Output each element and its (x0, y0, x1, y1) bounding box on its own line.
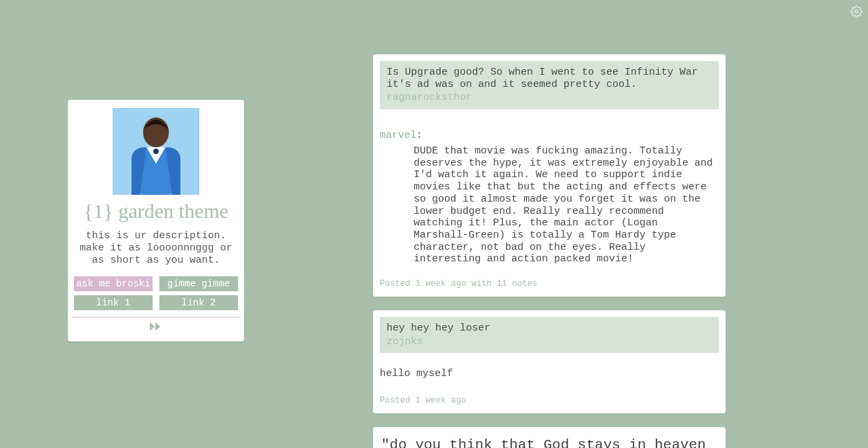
sidebar-card: {1} garden theme this is ur description.… (68, 100, 244, 341)
asker-username[interactable]: ragnarocksthor (387, 92, 712, 104)
ask-question-text: Is Upgrade good? So when I went to see I… (387, 67, 712, 90)
blog-title: {1} garden theme (72, 200, 240, 222)
custom-link-2[interactable]: link 2 (159, 295, 238, 310)
submit-button[interactable]: gimme gimme (159, 276, 238, 291)
next-page-icon[interactable] (150, 322, 162, 331)
asker-username[interactable]: zojnks (387, 336, 712, 348)
svg-point-4 (153, 149, 159, 154)
answer-text: hello myself (380, 353, 719, 382)
post-meta: Posted 1 week ago (380, 396, 719, 407)
custom-link-1[interactable]: link 1 (74, 295, 153, 310)
posts-column: Is Upgrade good? So when I went to see I… (373, 54, 726, 448)
blog-description: this is ur description. make it as loooo… (72, 230, 240, 267)
answer-text: DUDE that movie was fucking amazing. Tot… (380, 145, 719, 265)
notes-link[interactable]: 11 notes (497, 279, 538, 288)
avatar[interactable] (113, 108, 199, 195)
svg-point-0 (855, 10, 859, 14)
post: hey hey hey loser zojnks hello myself Po… (373, 310, 726, 413)
reblog-source-user[interactable]: marvel (380, 130, 416, 141)
permalink[interactable]: 1 week ago (416, 396, 467, 405)
post-meta: Posted 1 week ago with 11 notes (380, 279, 719, 290)
quote-text: "do you think that God stays in heaven b… (380, 434, 719, 448)
ask-box: Is Upgrade good? So when I went to see I… (380, 61, 719, 109)
permalink[interactable]: 1 week ago (416, 279, 467, 288)
sidebar-divider (72, 317, 240, 318)
ask-box: hey hey hey loser zojnks (380, 317, 719, 353)
ask-button[interactable]: ask me broski (74, 276, 153, 291)
settings-gear-icon[interactable] (850, 5, 863, 18)
ask-question-text: hey hey hey loser (387, 322, 712, 335)
reblog-source: marvel: (380, 130, 719, 141)
post: "do you think that God stays in heaven b… (373, 427, 726, 448)
post: Is Upgrade good? So when I went to see I… (373, 54, 726, 297)
